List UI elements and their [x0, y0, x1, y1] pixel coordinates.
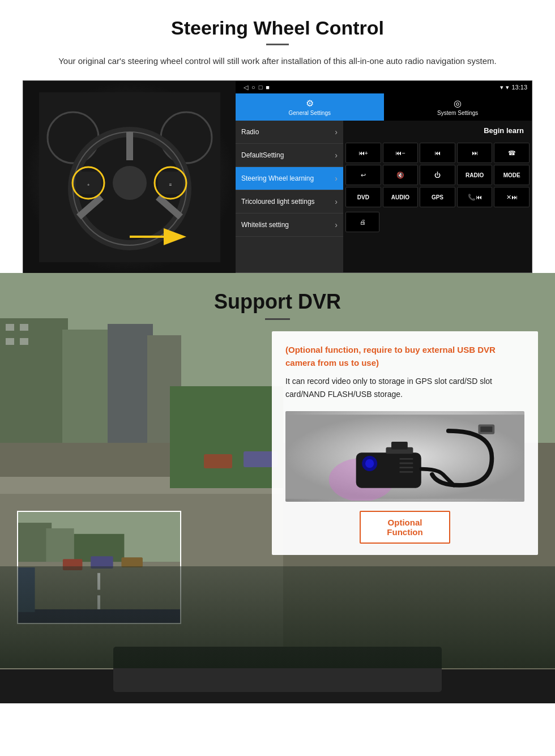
begin-learn-row: Begin learn — [343, 121, 532, 140]
clock: 13:13 — [511, 84, 527, 91]
dvr-divider — [265, 318, 290, 320]
menu-item-tricoloured[interactable]: Tricoloured light settings › — [236, 190, 343, 213]
back-icon: ◁ — [244, 84, 248, 91]
svg-rect-47 — [399, 458, 413, 460]
chevron-right-icon: › — [335, 174, 338, 183]
mute-btn[interactable]: 🔇 — [383, 165, 419, 185]
vol-down-btn[interactable]: ⏮− — [383, 143, 419, 163]
chevron-right-icon: › — [335, 127, 338, 136]
wifi-icon: ▾ — [506, 84, 509, 91]
dvr-info-panel: (Optional function, require to buy exter… — [272, 331, 538, 555]
mode-btn[interactable]: MODE — [494, 165, 530, 185]
optional-function-button[interactable]: Optional Function — [360, 511, 450, 544]
menu-steering-label: Steering Wheel learning — [241, 174, 314, 182]
android-ui-panel: ◁ ○ □ ■ ▾ ▾ 13:13 ⚙ General Settings ◎ S… — [236, 81, 532, 272]
steering-wheel-photo: + ≡ — [23, 81, 236, 274]
print-icon-btn[interactable]: 🖨 — [345, 212, 379, 232]
menu-radio-label: Radio — [241, 128, 259, 136]
menu-whitelist-label: Whitelist setting — [241, 221, 289, 229]
menu-item-steering-wheel[interactable]: Steering Wheel learning › — [236, 167, 343, 190]
tab-general-settings[interactable]: ⚙ General Settings — [236, 93, 384, 121]
chevron-right-icon: › — [335, 220, 338, 229]
menu-item-defaultsetting[interactable]: DefaultSetting › — [236, 144, 343, 167]
settings-tabs: ⚙ General Settings ◎ System Settings — [236, 93, 532, 121]
status-bar: ◁ ○ □ ■ ▾ ▾ 13:13 — [236, 81, 532, 93]
subtitle-text: Your original car's steering wheel contr… — [45, 54, 510, 68]
nav-icons: ◁ ○ □ ■ — [244, 84, 270, 91]
svg-rect-41 — [480, 426, 492, 432]
gps-btn[interactable]: GPS — [420, 187, 455, 207]
menu-item-radio[interactable]: Radio › — [236, 121, 343, 144]
dvr-bottom-area — [0, 566, 555, 668]
phone-prev-btn[interactable]: 📞⏮ — [457, 187, 493, 207]
steering-wheel-svg: + ≡ — [39, 92, 220, 262]
recents-icon: □ — [259, 84, 263, 91]
svg-rect-46 — [391, 442, 408, 449]
x-next-btn[interactable]: ✕⏭ — [494, 187, 530, 207]
control-button-grid: ⏮+ ⏮− ⏮ ⏭ ☎ ↩ 🔇 ⏻ RADIO MODE DVD AUDIO G… — [343, 140, 532, 210]
home-icon: ○ — [251, 84, 255, 91]
signal-icon: ▾ — [500, 84, 503, 91]
system-icon: ◎ — [386, 98, 530, 109]
menu-default-label: DefaultSetting — [241, 151, 284, 159]
control-panel: Begin learn ⏮+ ⏮− ⏮ ⏭ ☎ ↩ 🔇 ⏻ RADIO MODE — [343, 121, 532, 272]
svg-rect-53 — [46, 528, 74, 562]
ui-screenshot: + ≡ ◁ ○ □ — [23, 80, 532, 273]
menu-icon: ■ — [266, 84, 270, 91]
dvd-btn[interactable]: DVD — [345, 187, 381, 207]
tab-system-settings[interactable]: ◎ System Settings — [384, 93, 532, 121]
next-track-btn[interactable]: ⏭ — [457, 143, 493, 163]
vol-up-btn[interactable]: ⏮+ — [345, 143, 381, 163]
phone-btn[interactable]: ☎ — [494, 143, 530, 163]
svg-point-8 — [113, 166, 147, 200]
gear-icon: ⚙ — [238, 98, 382, 109]
radio-btn[interactable]: RADIO — [457, 165, 493, 185]
svg-rect-50 — [399, 471, 413, 473]
chevron-right-icon: › — [335, 197, 338, 206]
svg-rect-49 — [399, 467, 413, 468]
menu-item-whitelist[interactable]: Whitelist setting › — [236, 213, 343, 237]
dvr-title: Support DVR — [0, 290, 555, 314]
tab-general-label: General Settings — [238, 110, 382, 116]
dvr-camera-illustration — [285, 411, 524, 502]
begin-learn-button[interactable]: Begin learn — [484, 126, 524, 135]
tab-system-label: System Settings — [386, 110, 530, 116]
menu-tricoloured-label: Tricoloured light settings — [241, 198, 315, 206]
title-divider — [266, 44, 289, 45]
camera-svg — [285, 413, 524, 501]
settings-menu: Radio › DefaultSetting › Steering Wheel … — [236, 121, 343, 272]
svg-rect-48 — [399, 462, 413, 464]
dvr-section: Support DVR (Optional function, require … — [0, 273, 555, 703]
back-btn[interactable]: ↩ — [345, 165, 381, 185]
chevron-right-icon: › — [335, 151, 338, 160]
svg-text:+: + — [87, 182, 89, 187]
prev-track-btn[interactable]: ⏮ — [420, 143, 455, 163]
power-btn[interactable]: ⏻ — [420, 165, 455, 185]
optional-highlight-text: (Optional function, require to buy exter… — [285, 344, 524, 369]
audio-btn[interactable]: AUDIO — [383, 187, 419, 207]
steering-section: Steering Wheel Control Your original car… — [0, 0, 555, 273]
page-title: Steering Wheel Control — [23, 17, 532, 39]
settings-content: Radio › DefaultSetting › Steering Wheel … — [236, 121, 532, 272]
dvr-title-area: Support DVR — [0, 273, 555, 326]
svg-text:≡: ≡ — [169, 182, 172, 187]
svg-point-44 — [365, 459, 374, 468]
dvr-description-text: It can record video only to storage in G… — [285, 375, 524, 401]
